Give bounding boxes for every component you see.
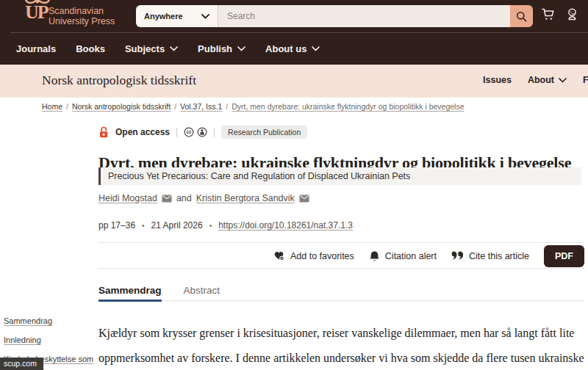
journal-link-label: Issues — [483, 75, 512, 85]
journal-link-label: For authors — [583, 75, 588, 85]
nav-item-label: Subjects — [125, 43, 165, 54]
separator — [214, 128, 215, 137]
cite-article-button[interactable]: Cite this article — [451, 251, 529, 261]
cart-icon — [540, 7, 556, 22]
journal-title[interactable]: Norsk antropologisk tidsskrift — [42, 73, 196, 88]
doi-link[interactable]: https://doi.org/10.18261/nat.37.1.3 — [218, 220, 353, 231]
quote-icon — [451, 251, 464, 261]
publisher-name[interactable]: Scandinavian University Press — [49, 6, 115, 27]
breadcrumb-separator: / — [66, 102, 68, 111]
journal-link-for-authors[interactable]: For authors — [583, 75, 588, 85]
search-scope-label: Anywhere — [144, 12, 183, 21]
nav-item-label: About us — [265, 43, 306, 54]
favorite-heart-icon — [273, 250, 285, 261]
nav-item-label: Books — [76, 43, 105, 54]
tab-sammendrag[interactable]: Sammendrag — [98, 280, 162, 300]
nav-item-books[interactable]: Books — [76, 43, 105, 54]
divider — [98, 242, 584, 243]
breadcrumb-current: Dyrt, men dyrebare: ukrainske flyktningd… — [232, 102, 464, 111]
journal-link-about[interactable]: About — [528, 75, 567, 85]
nav-item-journals[interactable]: Journals — [16, 43, 56, 54]
cart-button[interactable] — [540, 7, 556, 24]
license-icons[interactable]: cc — [184, 127, 207, 137]
article-meta-row: pp 17–36 • 21 April 2026 • https://doi.o… — [98, 220, 353, 231]
add-to-favorites-label: Add to favorites — [290, 251, 354, 261]
author-link-2[interactable]: Kristin Bergtora Sandvik — [196, 193, 295, 203]
journal-link-issues[interactable]: Issues — [483, 75, 512, 85]
search-scope-dropdown[interactable]: Anywhere — [136, 5, 218, 27]
publisher-name-line1: Scandinavian — [49, 6, 115, 16]
svg-text:cc: cc — [186, 129, 192, 134]
abstract-tabs: Sammendrag Abstract — [98, 280, 584, 301]
citation-alert-button[interactable]: Citation alert — [369, 250, 437, 262]
nav-item-about-us[interactable]: About us — [265, 43, 320, 54]
citation-alert-label: Citation alert — [385, 251, 437, 261]
article-actions-row: Add to favorites Citation alert Cite thi… — [98, 244, 584, 267]
chevron-down-icon — [237, 46, 245, 51]
toc-item-sammendrag[interactable]: Sammendrag — [4, 316, 97, 327]
site-header: UP Scandinavian University Press Anywher… — [0, 0, 588, 65]
nav-item-subjects[interactable]: Subjects — [125, 43, 178, 54]
email-icon[interactable] — [299, 195, 309, 203]
nav-item-publish[interactable]: Publish — [198, 43, 245, 54]
account-button[interactable] — [564, 7, 580, 24]
publisher-name-line2: University Press — [49, 16, 115, 26]
cc-by-attribution-icon — [197, 127, 207, 137]
main-nav: Journals Books Subjects Publish About us — [16, 33, 320, 65]
search-button[interactable] — [510, 5, 533, 27]
publication-type-badge: Research Publication — [221, 126, 307, 139]
meta-separator: • — [209, 222, 212, 230]
meta-separator: • — [142, 222, 145, 230]
cc-license-icon: cc — [184, 127, 194, 137]
publication-date: 21 April 2026 — [151, 220, 203, 231]
account-icon — [564, 7, 580, 22]
open-access-label: Open access — [115, 127, 170, 137]
link-preview-tooltip: scup.com — [0, 358, 43, 370]
toc-item-innledning[interactable]: Innledning — [4, 335, 97, 347]
divider — [98, 268, 584, 269]
email-icon[interactable] — [162, 195, 172, 203]
chevron-down-icon — [559, 78, 567, 83]
separator — [176, 128, 177, 137]
abstract-text: Kjældyr som krysser grenser i krisesitua… — [98, 321, 584, 370]
breadcrumb: Home / Norsk antropologisk tidsskrift / … — [42, 102, 465, 111]
search-bar: Anywhere — [136, 5, 533, 27]
access-row: Open access cc Research Publication — [98, 126, 307, 139]
open-access-lock-icon — [98, 126, 109, 139]
journal-nav: Issues About For authors — [483, 75, 588, 85]
breadcrumb-home[interactable]: Home — [42, 102, 62, 111]
breadcrumb-separator: / — [174, 102, 176, 111]
page: UP Scandinavian University Press Anywher… — [0, 0, 588, 370]
journal-bar: Norsk antropologisk tidsskrift Issues Ab… — [0, 65, 588, 98]
search-icon — [516, 11, 527, 22]
journal-link-label: About — [528, 75, 554, 85]
add-to-favorites-button[interactable]: Add to favorites — [273, 250, 354, 261]
breadcrumb-separator: / — [226, 102, 228, 111]
chevron-down-icon — [201, 14, 209, 19]
authors-row: Heidi Mogstad and Kristin Bergtora Sandv… — [98, 193, 309, 203]
nav-item-label: Publish — [198, 43, 232, 54]
publisher-monogram: UP — [25, 1, 48, 23]
nav-item-label: Journals — [16, 43, 56, 54]
authors-joiner: and — [176, 193, 192, 203]
search-input[interactable] — [218, 5, 510, 27]
pdf-button[interactable]: PDF — [544, 245, 584, 267]
article-subtitle: Precious Yet Precarious: Care and Regula… — [98, 167, 581, 185]
bell-icon — [369, 250, 380, 262]
breadcrumb-journal[interactable]: Norsk antropologisk tidsskrift — [72, 102, 171, 111]
chevron-down-icon — [170, 46, 178, 51]
cite-article-label: Cite this article — [469, 251, 529, 261]
breadcrumb-issue[interactable]: Vol.37, Iss.1 — [180, 102, 222, 111]
chevron-down-icon — [312, 46, 320, 51]
page-range: pp 17–36 — [98, 220, 135, 231]
tab-abstract[interactable]: Abstract — [184, 280, 220, 300]
author-link-1[interactable]: Heidi Mogstad — [98, 193, 157, 203]
